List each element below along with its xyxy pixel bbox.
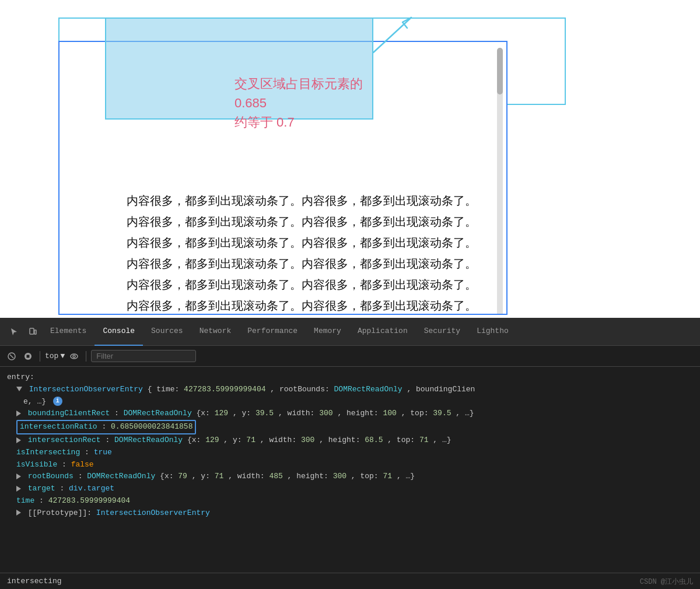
- entry-label: entry:: [7, 371, 693, 384]
- clear-console-button[interactable]: [5, 349, 19, 363]
- devtools-tabbar: Elements Console Sources Network Perform…: [0, 318, 700, 346]
- devtools-toolbar: top ▼: [0, 346, 700, 367]
- context-selector[interactable]: top ▼: [45, 352, 65, 360]
- cursor-icon[interactable]: [5, 322, 23, 341]
- svg-line-4: [10, 355, 13, 358]
- svg-rect-1: [30, 328, 34, 334]
- tab-network[interactable]: Network: [191, 318, 240, 346]
- log-intersection-rect[interactable]: intersectionRect : DOMRectReadOnly {x: 1…: [7, 434, 693, 447]
- toolbar-separator-2: [86, 351, 86, 362]
- expand-icon-4[interactable]: [16, 486, 21, 492]
- annotation-text: 交叉区域占目标元素的0.685 约等于 0.7: [235, 74, 372, 132]
- log-time: time : 427283.59999999404: [7, 495, 693, 507]
- eye-icon[interactable]: [67, 349, 81, 363]
- console-output: entry: IntersectionObserverEntry { time:…: [0, 367, 700, 573]
- annotation-arrow: [368, 12, 426, 58]
- tab-console[interactable]: Console: [94, 318, 143, 346]
- tab-lighthouse[interactable]: Lightho: [468, 318, 517, 346]
- log-intersection-ratio: intersectionRatio : 0.6850000023841858: [7, 420, 693, 434]
- svg-point-8: [73, 355, 75, 357]
- scrollbar-thumb: [497, 48, 503, 94]
- log-bounding-client-rect[interactable]: boundingClientRect : DOMRectReadOnly {x:…: [7, 408, 693, 420]
- viewport-area: 内容很多，都多到出现滚动条了。内容很多，都多到出现滚动条了。 内容很多，都多到出…: [0, 0, 700, 318]
- tab-security[interactable]: Security: [416, 318, 468, 346]
- console-bottom-bar: intersecting: [0, 573, 700, 589]
- tab-sources[interactable]: Sources: [143, 318, 191, 346]
- tab-memory[interactable]: Memory: [306, 318, 349, 346]
- svg-line-0: [373, 17, 411, 52]
- collapse-icon[interactable]: [16, 411, 21, 416]
- tab-application[interactable]: Application: [349, 318, 416, 346]
- filter-input[interactable]: [91, 350, 196, 362]
- expand-icon-3[interactable]: [16, 474, 21, 479]
- info-icon: i: [53, 397, 62, 406]
- log-is-visible: isVisible : false: [7, 459, 693, 471]
- tab-elements[interactable]: Elements: [42, 318, 94, 346]
- content-text: 内容很多，都多到出现滚动条了。内容很多，都多到出现滚动条了。 内容很多，都多到出…: [127, 191, 508, 315]
- expand-icon-2[interactable]: [16, 437, 21, 443]
- intersection-ratio-highlight: intersectionRatio : 0.6850000023841858: [16, 420, 196, 434]
- expand-icon[interactable]: [16, 387, 22, 391]
- log-target[interactable]: target : div.target: [7, 483, 693, 495]
- watermark: CSDN @江小虫儿: [640, 577, 693, 587]
- svg-rect-6: [27, 355, 30, 357]
- log-is-intersecting: isIntersecting : true: [7, 447, 693, 459]
- log-intersection-observer-entry: IntersectionObserverEntry { time: 427283…: [7, 384, 693, 396]
- svg-rect-2: [34, 330, 36, 334]
- stop-button[interactable]: [21, 349, 35, 363]
- device-icon[interactable]: [23, 322, 42, 341]
- tab-performance[interactable]: Performance: [239, 318, 306, 346]
- toolbar-separator: [40, 351, 40, 362]
- devtools-panel: Elements Console Sources Network Perform…: [0, 318, 700, 589]
- expand-icon-5[interactable]: [16, 510, 21, 516]
- intersection-box: 交叉区域占目标元素的0.685 约等于 0.7: [105, 17, 373, 120]
- log-prototype[interactable]: [[Prototype]]: IntersectionObserverEntry: [7, 507, 693, 520]
- bottom-label: intersecting: [7, 577, 62, 586]
- svg-point-7: [71, 354, 78, 359]
- log-root-bounds[interactable]: rootBounds : DOMRectReadOnly {x: 79 , y:…: [7, 471, 693, 483]
- log-entry-cont: e, …} i: [7, 396, 693, 408]
